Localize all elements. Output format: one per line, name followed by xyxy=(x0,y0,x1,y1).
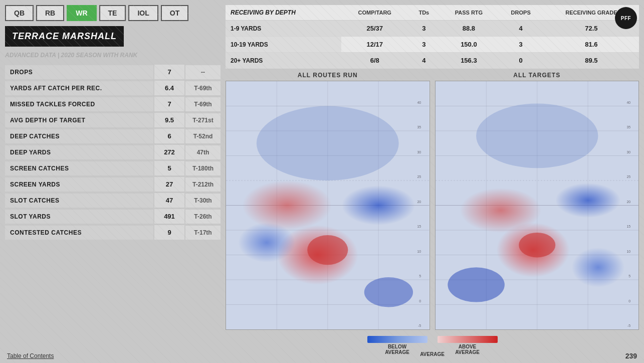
stat-value-contested: 9 xyxy=(154,225,184,240)
svg-point-46 xyxy=(460,188,541,233)
table-of-contents-link[interactable]: Table of Contents xyxy=(7,352,54,359)
heatmap-right: ALL TARGETS xyxy=(435,72,639,330)
stat-rank-yac: T-69th xyxy=(185,81,221,95)
right-panel: RECEIVING BY DEPTH COMP/TARG TDs PASS RT… xyxy=(226,5,639,358)
pff-logo: PFF xyxy=(615,7,637,29)
stat-value-screen-catches: 5 xyxy=(154,161,184,175)
left-panel: QB RB WR TE IOL OT TERRACE MARSHALL ADVA… xyxy=(5,5,221,358)
svg-text:10: 10 xyxy=(417,250,421,253)
season-label: ADVANCED DATA | 2020 SEASON WITH RANK xyxy=(5,52,221,59)
stat-label-mtf: MISSED TACKLES FORCED xyxy=(5,97,153,111)
svg-text:35: 35 xyxy=(626,125,630,129)
depth-col-header-tds: TDs xyxy=(408,5,440,21)
svg-point-13 xyxy=(342,186,415,225)
stat-value-slot-catches: 47 xyxy=(154,193,184,208)
tab-qb[interactable]: QB xyxy=(5,5,34,21)
svg-text:30: 30 xyxy=(626,150,630,154)
stat-label-drops: DROPS xyxy=(5,65,153,79)
player-name: TERRACE MARSHALL xyxy=(12,31,117,42)
stat-rank-screen-yards: T-212th xyxy=(185,177,221,192)
tab-rb[interactable]: RB xyxy=(36,5,64,21)
stat-value-slot-yards: 491 xyxy=(154,209,184,224)
svg-point-45 xyxy=(571,248,624,287)
svg-text:0: 0 xyxy=(628,299,630,303)
svg-text:20: 20 xyxy=(417,200,421,204)
svg-point-16 xyxy=(242,180,331,230)
depth-drops-2: 3 xyxy=(498,37,544,53)
svg-text:10: 10 xyxy=(626,250,630,253)
svg-text:15: 15 xyxy=(417,225,421,228)
svg-point-19 xyxy=(364,277,413,307)
svg-text:25: 25 xyxy=(417,175,421,178)
depth-label-1: 1-9 YARDS xyxy=(226,21,341,37)
depth-col-header-label: RECEIVING BY DEPTH xyxy=(226,5,341,21)
svg-text:30: 30 xyxy=(417,150,421,154)
stat-row-screen-catches: SCREEN CATCHES 5 T-180th xyxy=(5,161,221,175)
stat-rank-contested: T-17th xyxy=(185,226,221,240)
depth-passer-3: 156.3 xyxy=(440,53,498,69)
stat-label-slot-catches: SLOT CATCHES xyxy=(5,194,153,208)
stat-row-adot: AVG DEPTH OF TARGET 9.5 T-271st xyxy=(5,113,221,127)
depth-col-header-comp: COMP/TARG xyxy=(341,5,408,21)
tab-ot[interactable]: OT xyxy=(161,5,188,21)
player-banner: TERRACE MARSHALL xyxy=(5,26,124,47)
depth-grade-2: 81.6 xyxy=(544,37,639,53)
heatmap-left: ALL ROUTES RUN xyxy=(226,72,430,330)
svg-point-18 xyxy=(307,235,348,265)
stat-row-mtf: MISSED TACKLES FORCED 7 T-69th xyxy=(5,97,221,111)
stat-value-drops: 7 xyxy=(154,65,184,79)
depth-drops-3: 0 xyxy=(498,53,544,69)
stat-rank-slot-yards: T-26th xyxy=(185,210,221,224)
depth-label-3: 20+ YARDS xyxy=(226,53,341,69)
stat-rank-deep-catches: T-52nd xyxy=(185,129,221,143)
depth-tds-3: 4 xyxy=(408,53,440,69)
svg-point-47 xyxy=(476,104,598,168)
heatmaps-container: ALL ROUTES RUN xyxy=(226,72,639,330)
svg-text:35: 35 xyxy=(417,125,421,129)
tab-te[interactable]: TE xyxy=(99,5,126,21)
heatmap-left-title: ALL ROUTES RUN xyxy=(226,72,430,79)
svg-point-48 xyxy=(519,233,555,258)
tab-wr[interactable]: WR xyxy=(67,5,96,21)
stat-row-slot-catches: SLOT CATCHES 47 T-30th xyxy=(5,193,221,208)
depth-row-1: 1-9 YARDS 25/37 3 88.8 4 72.5 xyxy=(226,21,639,37)
stat-value-screen-yards: 27 xyxy=(154,177,184,192)
svg-text:25: 25 xyxy=(626,175,630,178)
stat-rank-slot-catches: T-30th xyxy=(185,194,221,208)
stat-row-deep-yards: DEEP YARDS 272 47th xyxy=(5,145,221,159)
tab-iol[interactable]: IOL xyxy=(128,5,158,21)
stat-value-mtf: 7 xyxy=(154,97,184,111)
stat-row-screen-yards: SCREEN YARDS 27 T-212th xyxy=(5,177,221,192)
stats-list: DROPS 7 -- YARDS AFT CATCH PER REC. 6.4 … xyxy=(5,65,221,241)
depth-comp-1: 25/37 xyxy=(341,21,408,37)
stat-value-deep-catches: 6 xyxy=(154,129,184,143)
stat-label-screen-catches: SCREEN CATCHES xyxy=(5,161,153,175)
depth-row-3: 20+ YARDS 6/8 4 156.3 0 89.5 xyxy=(226,53,639,69)
stat-rank-drops: -- xyxy=(185,65,221,79)
depth-passer-1: 88.8 xyxy=(440,21,498,37)
footer: Table of Contents 239 xyxy=(0,349,644,363)
depth-grade-3: 89.5 xyxy=(544,53,639,69)
depth-comp-2: 12/17 xyxy=(341,37,408,53)
stat-label-yac: YARDS AFT CATCH PER REC. xyxy=(5,81,153,95)
stat-label-deep-yards: DEEP YARDS xyxy=(5,145,153,159)
stat-value-adot: 9.5 xyxy=(154,113,184,127)
stat-row-deep-catches: DEEP CATCHES 6 T-52nd xyxy=(5,129,221,143)
depth-comp-3: 6/8 xyxy=(341,53,408,69)
depth-drops-1: 4 xyxy=(498,21,544,37)
svg-text:15: 15 xyxy=(626,225,630,228)
position-tabs: QB RB WR TE IOL OT xyxy=(5,5,221,21)
depth-passer-2: 150.0 xyxy=(440,37,498,53)
svg-text:40: 40 xyxy=(417,101,421,104)
stat-label-slot-yards: SLOT YARDS xyxy=(5,210,153,224)
heatmap-right-title: ALL TARGETS xyxy=(435,72,639,79)
svg-text:-5: -5 xyxy=(418,324,421,327)
stat-label-contested: CONTESTED CATCHES xyxy=(5,226,153,240)
svg-point-49 xyxy=(448,267,505,302)
depth-label-2: 10-19 YARDS xyxy=(226,37,341,53)
svg-text:0: 0 xyxy=(419,299,421,303)
depth-col-header-passer: PASS RTG xyxy=(440,5,498,21)
depth-row-2: 10-19 YARDS 12/17 3 150.0 3 81.6 xyxy=(226,37,639,53)
svg-text:5: 5 xyxy=(419,274,421,278)
stat-rank-mtf: T-69th xyxy=(185,97,221,111)
